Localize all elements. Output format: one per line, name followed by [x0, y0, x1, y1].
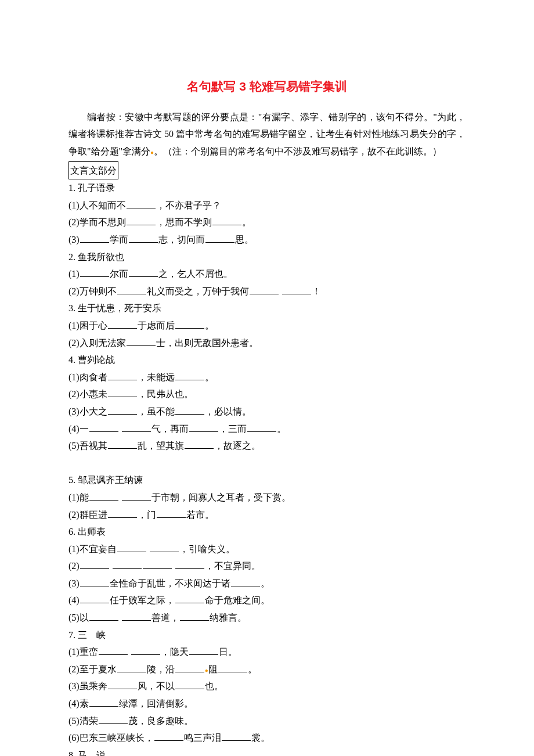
fill-blank[interactable] — [189, 423, 218, 432]
text-fragment: 鸣三声泪 — [184, 733, 221, 743]
question-line: (1)人不知而不，不亦君子乎？ — [68, 197, 466, 214]
text-fragment: ，隐天 — [161, 647, 189, 657]
text-fragment: 纳雅言。 — [210, 613, 247, 622]
section-header: 文言文部分 — [68, 161, 118, 180]
fill-blank[interactable] — [175, 405, 204, 415]
text-fragment: 。 — [261, 578, 270, 588]
fill-blank[interactable] — [80, 560, 109, 569]
text-fragment: (2)学而不思则 — [68, 217, 126, 227]
text-fragment: (1)能 — [68, 492, 89, 502]
text-fragment: (1)重峦 — [68, 647, 98, 657]
text-fragment: 裳。 — [251, 733, 270, 743]
fill-blank[interactable] — [205, 233, 234, 243]
fill-blank[interactable] — [222, 732, 251, 741]
text-fragment: (2)小惠未 — [68, 389, 107, 399]
fill-blank[interactable] — [108, 509, 137, 518]
text-fragment: 。 — [205, 372, 214, 382]
text-fragment: 日。 — [219, 647, 237, 657]
fill-blank[interactable] — [175, 319, 204, 329]
text-fragment: 礼义而受之，万钟于我何 — [147, 286, 249, 296]
fill-blank[interactable] — [175, 680, 204, 689]
spacer — [68, 455, 466, 472]
fill-blank[interactable] — [122, 611, 151, 621]
question-line: (3)虽乘奔风，不以也。 — [68, 678, 466, 695]
text-fragment: ，必以情。 — [205, 406, 251, 416]
fill-blank[interactable] — [122, 491, 151, 501]
fill-blank[interactable] — [154, 732, 183, 741]
fill-blank[interactable] — [185, 440, 214, 449]
section-header-wrapper: 文言文部分 — [68, 161, 466, 180]
fill-blank[interactable] — [113, 560, 142, 569]
text-fragment: (1)困于心 — [68, 321, 107, 330]
fill-blank[interactable] — [99, 646, 128, 655]
fill-blank[interactable] — [231, 577, 260, 586]
fill-blank[interactable] — [150, 543, 179, 552]
fill-blank[interactable] — [80, 577, 109, 586]
question-line: (1)能 于市朝，闻寡人之耳者，受下赏。 — [68, 489, 466, 506]
text-fragment: ，不亦君子乎？ — [156, 200, 221, 210]
fill-blank[interactable] — [247, 423, 276, 432]
question-line: (1)肉食者，未能远。 — [68, 369, 466, 386]
fill-blank[interactable] — [127, 337, 156, 346]
question-line: (1)困于心于虑而后。 — [68, 317, 466, 334]
fill-blank[interactable] — [175, 663, 204, 672]
fill-blank[interactable] — [89, 611, 118, 621]
text-fragment: (5)清荣 — [68, 716, 98, 726]
fill-blank[interactable] — [89, 491, 118, 501]
text-fragment: (5)以 — [68, 613, 89, 622]
fill-blank[interactable] — [175, 594, 204, 603]
item-title: 8. 马 说 — [68, 747, 466, 756]
text-fragment: 乱，望其旗 — [138, 441, 184, 451]
text-fragment: 若市。 — [186, 510, 214, 520]
fill-blank[interactable] — [282, 285, 311, 294]
fill-blank[interactable] — [108, 388, 137, 397]
fill-blank[interactable] — [189, 646, 218, 655]
fill-blank[interactable] — [157, 509, 186, 518]
question-line: (6)巴东三峡巫峡长，鸣三声泪裳。 — [68, 729, 466, 747]
fill-blank[interactable] — [108, 319, 137, 329]
fill-blank[interactable] — [129, 233, 158, 243]
text-fragment: ，虽不能 — [138, 406, 175, 416]
text-fragment: 士，出则无敌国外患者。 — [156, 338, 258, 348]
question-line: (4)一 气，再而，三而。 — [68, 420, 466, 438]
question-line: (2)入则无法家士，出则无敌国外患者。 — [68, 334, 466, 352]
fill-blank[interactable] — [127, 199, 156, 208]
fill-blank[interactable] — [80, 268, 109, 277]
fill-blank[interactable] — [212, 216, 241, 225]
fill-blank[interactable] — [80, 233, 109, 243]
fill-blank[interactable] — [108, 680, 137, 689]
fill-blank[interactable] — [117, 285, 146, 294]
fill-blank[interactable] — [99, 715, 128, 724]
text-fragment: 命于危难之间。 — [205, 595, 270, 605]
fill-blank[interactable] — [131, 646, 160, 655]
text-fragment: ，不宜异同。 — [205, 561, 261, 571]
fill-blank[interactable] — [127, 216, 156, 225]
fill-blank[interactable] — [122, 423, 151, 432]
text-fragment: 。 — [242, 217, 251, 227]
text-fragment: 之，乞人不屑也。 — [158, 269, 233, 279]
text-fragment: (3)小大之 — [68, 406, 107, 416]
fill-blank[interactable] — [250, 285, 279, 294]
fill-blank[interactable] — [129, 268, 158, 277]
text-fragment: (1) — [68, 269, 80, 279]
text-fragment: 也。 — [205, 681, 223, 691]
fill-blank[interactable] — [117, 663, 146, 672]
text-fragment: (1)肉食者 — [68, 372, 107, 382]
fill-blank[interactable] — [175, 560, 204, 569]
fill-blank[interactable] — [108, 371, 137, 380]
question-line: (3)全性命于乱世，不求闻达于诸。 — [68, 575, 466, 592]
fill-blank[interactable] — [89, 423, 118, 432]
fill-blank[interactable] — [89, 697, 118, 707]
question-line: (2) ，不宜异同。 — [68, 557, 466, 575]
fill-blank[interactable] — [180, 611, 209, 621]
text-fragment: ！ — [312, 286, 321, 296]
question-line: (1)重峦 ，隐天日。 — [68, 643, 466, 661]
fill-blank[interactable] — [80, 594, 109, 603]
fill-blank[interactable] — [108, 440, 137, 449]
fill-blank[interactable] — [117, 543, 146, 552]
fill-blank[interactable] — [108, 405, 137, 415]
fill-blank[interactable] — [143, 560, 172, 569]
intro-paragraph: 编者按：安徽中考默写题的评分要点是："有漏字、添字、错别字的，该句不得分。"为此… — [68, 109, 466, 160]
fill-blank[interactable] — [175, 371, 204, 380]
fill-blank[interactable] — [218, 663, 247, 672]
